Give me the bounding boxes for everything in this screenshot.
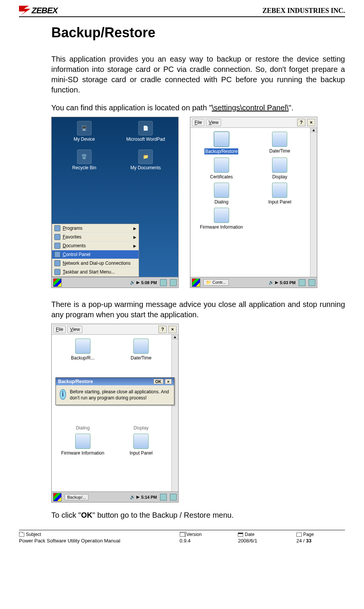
menu-view[interactable]: View <box>206 119 221 126</box>
help-button[interactable]: ? <box>158 326 167 333</box>
tray-icon[interactable] <box>170 494 177 501</box>
logo-text: ZEBEX <box>32 6 57 16</box>
warning-paragraph: There is a pop-up warming message advice… <box>51 299 345 320</box>
tray-icon[interactable] <box>299 279 305 286</box>
start-item-favorites[interactable]: Favorites▶ <box>52 233 139 242</box>
page-footer: Subject Version Date Page Power Pack Sof… <box>19 530 345 544</box>
scrollbar[interactable] <box>310 128 317 288</box>
taskbar-task[interactable]: 📁 Contr... <box>203 279 229 286</box>
dialog-close-button[interactable]: × <box>165 379 172 384</box>
taskbar-task[interactable]: Backup/... <box>65 494 89 500</box>
dialog-titlebar: Backup/Restore OK × <box>56 378 174 385</box>
taskbar-clock: 🔊 ▶5:03 PM <box>269 279 317 286</box>
start-item-control-panel[interactable]: Control Panel <box>52 250 139 259</box>
close-button[interactable]: × <box>168 326 177 333</box>
cp-icon-firmware[interactable]: Firmware Information <box>55 434 110 456</box>
stack-icon <box>180 533 185 537</box>
svg-marker-0 <box>19 6 30 16</box>
screenshot-row-1: 🖥️My Device 📄Microsoft WordPad 🗑️Recycle… <box>51 117 345 288</box>
cp-icon-display[interactable]: Display <box>114 409 169 431</box>
taskbar: 🔊 ▶5:08 PM <box>52 277 178 288</box>
close-button[interactable]: × <box>307 119 315 126</box>
calendar-icon <box>238 533 243 537</box>
cp-icon-backup[interactable]: Backup/R... <box>55 339 110 361</box>
menubar: File View ? × <box>52 324 178 335</box>
page-header: ZEBEX ZEBEX INDUSTRIES INC. <box>19 6 345 17</box>
cp-icon-dialing[interactable]: Dialing <box>194 183 249 205</box>
footer-subject: Power Pack Software Utility Operation Ma… <box>19 537 180 544</box>
screenshot-start-menu: 🖥️My Device 📄Microsoft WordPad 🗑️Recycle… <box>51 117 179 288</box>
taskbar: 📁 Contr... 🔊 ▶5:03 PM <box>190 277 317 288</box>
dialog-ok-button[interactable]: OK <box>154 379 164 384</box>
tray-icon[interactable] <box>160 279 167 286</box>
desktop-icon[interactable]: 📁My Documents <box>117 149 175 170</box>
screenshot-dialog: File View ? × Backup/R... Date/Time Dial… <box>51 324 179 502</box>
start-menu: Programs▶ Favorites▶ Documents▶ Control … <box>52 224 139 277</box>
cp-icon-certificates[interactable]: Certificates <box>194 157 249 180</box>
cp-icon-backup-restore[interactable]: Backup/Restore <box>194 132 249 154</box>
logo: ZEBEX <box>19 6 57 16</box>
page-title: Backup/Restore <box>51 25 345 41</box>
footer-version: 0.9.4 <box>180 537 238 544</box>
desktop-icon[interactable]: 🖥️My Device <box>55 121 113 142</box>
intro-paragraph: This application provides you an easy wa… <box>51 54 345 95</box>
taskbar: Backup/... 🔊 ▶5:14 PM <box>52 491 178 502</box>
company-name: ZEBEX INDUSTRIES INC. <box>262 7 345 15</box>
cp-icon-input-panel[interactable]: Input Panel <box>114 434 169 456</box>
folder-icon <box>19 533 24 537</box>
menu-file[interactable]: File <box>53 326 66 333</box>
menubar: File View ? × <box>190 117 317 128</box>
info-icon: i <box>60 389 66 400</box>
footer-page: 24 / 33 <box>296 537 345 544</box>
desktop-icon[interactable]: 📄Microsoft WordPad <box>117 121 175 142</box>
start-item-network[interactable]: Network and Dial-up Connections <box>52 259 139 268</box>
dialog-message: Before starting, please close all applic… <box>70 389 170 401</box>
ok-paragraph: To click "OK" button go to the Backup / … <box>51 510 345 520</box>
warning-dialog: Backup/Restore OK × i Before starting, p… <box>55 377 174 405</box>
start-button[interactable] <box>192 278 200 287</box>
menu-view[interactable]: View <box>67 326 82 333</box>
start-button[interactable] <box>53 278 62 287</box>
tray-icon[interactable] <box>309 279 315 286</box>
cp-icon-firmware[interactable]: Firmware Information <box>194 208 249 230</box>
taskbar-clock: 🔊 ▶5:14 PM <box>130 494 178 501</box>
book-icon <box>296 533 302 537</box>
start-item-documents[interactable]: Documents▶ <box>52 242 139 250</box>
menu-file[interactable]: File <box>192 119 204 126</box>
cp-icon-date-time[interactable]: Date/Time <box>253 132 307 154</box>
start-item-programs[interactable]: Programs▶ <box>52 224 139 233</box>
taskbar-clock: 🔊 ▶5:08 PM <box>130 279 178 286</box>
cp-icon-date-time[interactable]: Date/Time <box>114 339 169 361</box>
tray-icon[interactable] <box>170 279 177 286</box>
screenshot-control-panel: File View ? × Backup/Restore Date/Time C… <box>190 117 317 288</box>
dialog-title: Backup/Restore <box>58 379 93 384</box>
start-item-taskbar[interactable]: Taskbar and Start Menu... <box>52 268 139 277</box>
path-paragraph: You can find this application is located… <box>51 103 345 113</box>
scrollbar[interactable] <box>171 335 178 502</box>
tray-icon[interactable] <box>160 494 167 501</box>
help-button[interactable]: ? <box>297 119 305 126</box>
cp-icon-display[interactable]: Display <box>253 157 307 180</box>
footer-date: 2008/6/1 <box>238 537 296 544</box>
cp-icon-input-panel[interactable]: Input Panel <box>253 183 307 205</box>
start-button[interactable] <box>53 493 62 501</box>
cp-icon-dialing[interactable]: Dialing <box>55 409 110 431</box>
desktop-icon[interactable]: 🗑️Recycle Bin <box>55 149 113 170</box>
